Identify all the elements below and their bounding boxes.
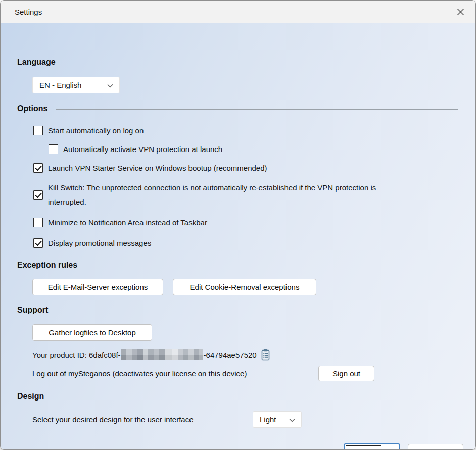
checkbox-label: Launch VPN Starter Service on Windows bo…: [48, 161, 267, 175]
checkbox-box[interactable]: [33, 163, 43, 173]
checkbox-box[interactable]: [33, 218, 43, 227]
exception-rules-header: Exception rules: [17, 261, 77, 270]
window-title: Settings: [15, 8, 42, 16]
checkbox-kill-switch[interactable]: Kill Switch: The unprotected connection …: [33, 181, 427, 209]
checkbox-label: Display promotional messages: [48, 236, 151, 250]
checkbox-start-automatically[interactable]: Start automatically on log on: [33, 124, 144, 137]
checkbox-minimize-to-tray[interactable]: Minimize to Notification Area instead of…: [33, 216, 207, 229]
chevron-down-icon: [107, 84, 113, 88]
close-button[interactable]: [450, 2, 470, 21]
checkbox-box[interactable]: [33, 126, 43, 135]
logout-text: Log out of mySteganos (deactivates your …: [32, 366, 247, 381]
section-rule: [56, 109, 458, 110]
design-prompt: Select your desired design for the user …: [32, 411, 194, 428]
checkbox-label: Automatically activate VPN protection at…: [63, 142, 222, 156]
product-id-redacted-block: [121, 349, 203, 360]
language-header: Language: [17, 58, 56, 67]
product-id-row: Your product ID: 6dafc08f- -64794ae57520: [32, 348, 270, 361]
checkbox-box[interactable]: [33, 190, 43, 200]
sign-out-button[interactable]: Sign out: [318, 366, 374, 381]
section-rule: [57, 311, 458, 311]
design-select-value: Light: [260, 415, 276, 424]
product-id-prefix: Your product ID: 6dafc08f-: [32, 351, 121, 359]
design-select[interactable]: Light: [253, 411, 302, 428]
section-options: Options: [17, 104, 458, 113]
checkbox-vpn-starter-service[interactable]: Launch VPN Starter Service on Windows bo…: [33, 161, 267, 175]
section-support: Support: [17, 306, 458, 315]
titlebar: Settings: [1, 1, 475, 23]
language-select[interactable]: EN - English: [32, 77, 120, 93]
checkbox-promotional-messages[interactable]: Display promotional messages: [33, 236, 151, 250]
product-id-suffix: -64794ae57520: [204, 351, 257, 359]
copy-to-clipboard-icon[interactable]: [261, 349, 270, 361]
design-header: Design: [17, 392, 44, 401]
checkbox-label: Minimize to Notification Area instead of…: [48, 216, 207, 229]
settings-window: Settings Language EN - English Options: [0, 0, 476, 450]
chevron-down-icon: [289, 418, 295, 422]
checkbox-box[interactable]: [49, 144, 58, 154]
language-select-value: EN - English: [39, 81, 81, 89]
edit-cookie-removal-exceptions-button[interactable]: Edit Cookie-Removal exceptions: [173, 279, 316, 295]
section-rule: [53, 397, 458, 397]
close-icon: [457, 8, 464, 16]
section-exception-rules: Exception rules: [17, 261, 458, 270]
checkbox-box[interactable]: [33, 238, 43, 248]
options-header: Options: [17, 104, 47, 113]
settings-content: Language EN - English Options Start auto…: [1, 23, 476, 450]
checkbox-label: Start automatically on log on: [48, 124, 144, 137]
section-rule: [86, 266, 458, 266]
section-language: Language: [17, 58, 458, 67]
gather-logfiles-button[interactable]: Gather logfiles to Desktop: [32, 324, 152, 341]
checkbox-label: Kill Switch: The unprotected connection …: [48, 181, 412, 209]
section-rule: [64, 63, 458, 63]
support-header: Support: [17, 306, 48, 315]
section-design: Design: [17, 392, 458, 401]
edit-email-server-exceptions-button[interactable]: Edit E-Mail-Server exceptions: [32, 279, 163, 295]
checkbox-auto-activate-vpn[interactable]: Automatically activate VPN protection at…: [49, 142, 222, 156]
